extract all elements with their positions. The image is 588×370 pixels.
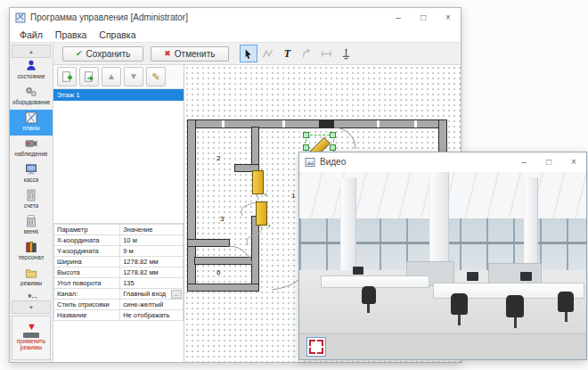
sidebar-scroll-down[interactable]: ▼ [12, 300, 51, 314]
sidebar-item-nablyudenie[interactable]: наблюдение [10, 136, 53, 161]
video-window-title: Видео [320, 157, 511, 167]
pole-icon [340, 48, 352, 60]
table-row[interactable]: Стиль отрисовкисине-желтый [54, 300, 184, 310]
pole-tool-button[interactable] [338, 45, 355, 62]
save-button[interactable]: ✔ Сохранить [62, 46, 143, 62]
table-row[interactable]: Ширина1278.82 мм [54, 257, 184, 267]
sidebar-item-kassa[interactable]: касса [10, 161, 53, 187]
maximize-button[interactable]: □ [411, 8, 436, 27]
floor-list-item[interactable]: Этаж 1 [53, 89, 184, 101]
polyline-tool-button[interactable] [259, 45, 277, 62]
cancel-button[interactable]: ✖ Отменить [151, 46, 228, 62]
sidebar-item-label: касса [24, 177, 39, 183]
table-row[interactable]: Высота1278.82 мм [54, 267, 184, 278]
minimize-button[interactable]: – [386, 8, 411, 27]
channel-ellipsis-button[interactable]: ... [171, 290, 182, 299]
apply-modes-label-2: режимы [20, 344, 42, 350]
move-floor-up-button[interactable]: ▲ [102, 67, 121, 86]
menu-file[interactable]: Файл [13, 29, 49, 40]
video-window: Видео – □ × [298, 152, 587, 360]
table-header-row: Параметр Значение [54, 225, 184, 235]
video-maximize-button[interactable]: □ [536, 152, 561, 171]
office-chair [451, 293, 468, 315]
sidebar-item-sostoyanie[interactable]: состояние [10, 58, 53, 84]
arrow-up-icon: ▲ [107, 72, 116, 81]
add-page-icon [61, 70, 73, 83]
save-check-icon: ✔ [76, 49, 83, 58]
door-device-2[interactable] [256, 201, 267, 226]
sidebar-item-plany[interactable]: планы [10, 110, 53, 136]
selection-handle[interactable] [330, 132, 336, 138]
text-tool-icon: T [284, 47, 290, 61]
selection-handle[interactable] [330, 144, 336, 151]
selection-handle[interactable] [303, 132, 309, 138]
sidebar-item-label: режимы [20, 280, 42, 286]
move-floor-down-button[interactable]: ▼ [124, 67, 143, 86]
edit-floor-button[interactable]: ✎ [146, 67, 166, 86]
office-monitor [467, 272, 478, 281]
menu-help[interactable]: Справка [93, 29, 142, 40]
office-chair-base [458, 315, 461, 325]
video-icon [305, 157, 315, 168]
monitor-icon [24, 162, 38, 177]
copy-floor-button[interactable] [79, 67, 99, 86]
sidebar-scroll-up[interactable]: ▲ [12, 45, 51, 58]
left-panel: ▲ ▼ ✎ Этаж 1 Параметр [53, 65, 184, 362]
video-close-button[interactable]: × [561, 152, 586, 171]
room-label-1: 1 [291, 192, 295, 200]
rotate-tool-button[interactable] [298, 45, 316, 62]
room-label-3: 3 [220, 215, 224, 223]
pencil-icon: ✎ [151, 71, 159, 83]
arrow-down-icon: ▼ [129, 72, 138, 81]
text-tool-button[interactable]: T [279, 45, 297, 62]
sidebar-item-oborudovanie[interactable]: оборудование [10, 84, 53, 110]
menu-edit[interactable]: Правка [49, 29, 93, 40]
dimension-tool-button[interactable] [318, 45, 336, 62]
main-titlebar[interactable]: Программа управления [Administrator] – □… [10, 8, 461, 27]
apply-modes-button[interactable]: ▼ применить режимы [12, 316, 51, 360]
sidebar-item-sotrudniki[interactable]: сотрудники [10, 291, 53, 299]
room-label-6: 6 [216, 268, 220, 276]
table-row[interactable]: Угол поворота135 [54, 278, 184, 289]
add-floor-button[interactable] [57, 67, 77, 86]
register-icon [24, 214, 38, 228]
door-device-1[interactable] [252, 170, 264, 194]
sidebar-item-label: меню [24, 228, 39, 234]
app-icon [15, 12, 26, 23]
sidebar-item-label: персонал [19, 254, 45, 260]
main-toolbar: ✔ Сохранить ✖ Отменить T [53, 43, 461, 65]
table-row-channel[interactable]: Канал: Главный вход ... [54, 289, 184, 300]
sidebar-item-menu[interactable]: меню [10, 213, 53, 239]
office-monitor [520, 272, 532, 281]
fullscreen-button[interactable] [306, 337, 326, 357]
video-minimize-button[interactable]: – [511, 152, 536, 171]
table-row[interactable]: X-координата10 м [54, 235, 184, 246]
device-marker: + [264, 192, 267, 198]
floors-list: Этаж 1 [53, 88, 184, 224]
office-chair-base [565, 312, 568, 322]
sidebar-item-rezhimy[interactable]: режимы [10, 265, 53, 291]
folder-icon [24, 266, 38, 280]
main-window-title: Программа управления [Administrator] [30, 12, 386, 22]
sidebar-items: состояние оборудование планы наблюдение … [10, 58, 53, 299]
selection-handle[interactable] [303, 144, 309, 151]
plan-icon [24, 111, 38, 125]
calculator-icon [24, 188, 38, 202]
cancel-x-icon: ✖ [164, 49, 171, 58]
devices-icon [24, 85, 38, 99]
select-tool-button[interactable] [240, 45, 257, 62]
camera-icon [24, 136, 38, 151]
office-chair [362, 286, 376, 304]
copy-page-icon [83, 70, 95, 83]
table-row[interactable]: НазваниеНе отображать [54, 310, 184, 321]
door-leaf [319, 120, 334, 127]
table-row[interactable]: Y-координата9 м [54, 246, 184, 257]
office-chair [506, 295, 524, 317]
close-button[interactable]: × [436, 8, 461, 27]
device-marker: + [267, 223, 271, 229]
apply-modes-label-1: применить [17, 338, 45, 344]
floors-toolbar: ▲ ▼ ✎ [53, 65, 184, 88]
sidebar-item-personal[interactable]: персонал [10, 239, 53, 265]
sidebar-item-scheta[interactable]: счета [10, 187, 53, 213]
video-titlebar[interactable]: Видео – □ × [299, 152, 586, 171]
